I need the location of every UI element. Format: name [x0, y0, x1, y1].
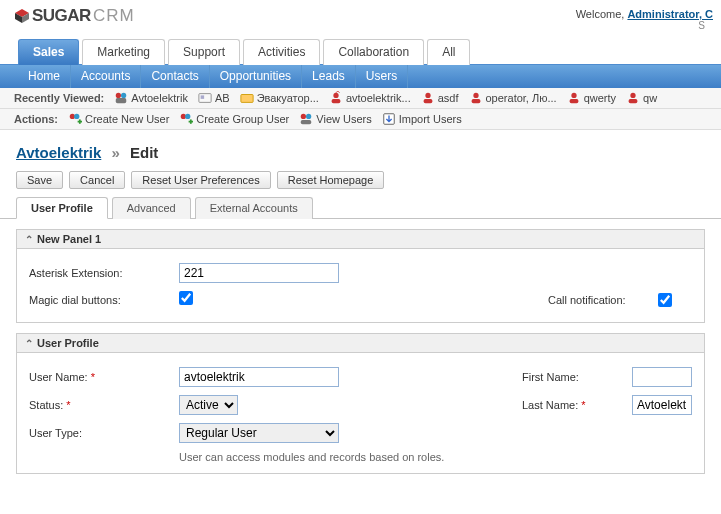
svg-rect-14 — [471, 99, 480, 103]
svg-point-3 — [116, 93, 121, 98]
recent-item[interactable]: operator, Лю... — [469, 91, 557, 105]
recent-item[interactable]: Эвакуатор... — [240, 91, 319, 105]
cancel-button[interactable]: Cancel — [69, 171, 125, 189]
main-tabs: Sales Marketing Support Activities Colla… — [0, 39, 721, 65]
tab-marketing[interactable]: Marketing — [82, 39, 165, 65]
contact-red-icon — [421, 91, 435, 105]
svg-rect-7 — [201, 95, 205, 99]
collapse-icon: ⌃ — [25, 338, 33, 349]
form-tabs: User Profile Advanced External Accounts — [0, 197, 721, 219]
action-create-user[interactable]: Create New User — [68, 112, 169, 126]
lastname-label: Last Name: * — [522, 399, 632, 411]
status-select[interactable]: Active — [179, 395, 238, 415]
call-notif-checkbox[interactable] — [658, 293, 672, 307]
cube-icon — [14, 8, 30, 24]
svg-point-28 — [306, 114, 311, 119]
svg-point-24 — [185, 114, 190, 119]
breadcrumb-link[interactable]: Avtoelektrik — [16, 144, 101, 161]
magic-dial-label: Magic dial buttons: — [29, 294, 179, 306]
status-label: Status: * — [29, 399, 179, 411]
recent-item[interactable]: avtoelektrik... — [329, 91, 411, 105]
panel-user-profile: ⌃ User Profile User Name: * First Name: … — [16, 333, 705, 474]
reset-prefs-button[interactable]: Reset User Preferences — [131, 171, 270, 189]
app-header: SUGARCRM Welcome, Administrator, C S — [0, 0, 721, 33]
recent-item[interactable]: asdf — [421, 91, 459, 105]
asterisk-ext-input[interactable] — [179, 263, 339, 283]
subtab-leads[interactable]: Leads — [302, 65, 356, 88]
magic-dial-checkbox[interactable] — [179, 291, 193, 305]
form-tab-external[interactable]: External Accounts — [195, 197, 313, 219]
tab-all[interactable]: All — [427, 39, 470, 65]
subtab-opportunities[interactable]: Opportunities — [210, 65, 302, 88]
svg-rect-18 — [629, 99, 638, 103]
lastname-input[interactable] — [632, 395, 692, 415]
panel-title: New Panel 1 — [37, 233, 101, 245]
svg-rect-10 — [332, 99, 341, 103]
action-create-group[interactable]: Create Group User — [179, 112, 289, 126]
tab-sales[interactable]: Sales — [18, 39, 79, 65]
reset-home-button[interactable]: Reset Homepage — [277, 171, 385, 189]
tab-collaboration[interactable]: Collaboration — [323, 39, 424, 65]
action-buttons-row: Save Cancel Reset User Preferences Reset… — [0, 171, 721, 197]
contact-red-icon — [469, 91, 483, 105]
form-tab-profile[interactable]: User Profile — [16, 197, 108, 219]
user-add-icon — [68, 112, 82, 126]
subtab-contacts[interactable]: Contacts — [141, 65, 209, 88]
recent-item[interactable]: qw — [626, 91, 657, 105]
panel-header[interactable]: ⌃ User Profile — [17, 334, 704, 353]
panel-header[interactable]: ⌃ New Panel 1 — [17, 230, 704, 249]
svg-rect-5 — [116, 98, 127, 103]
svg-rect-26 — [190, 119, 192, 123]
actions-label: Actions: — [14, 113, 58, 125]
call-notif-label: Call notification: — [548, 294, 658, 306]
welcome-sub: S — [576, 20, 713, 31]
svg-point-17 — [630, 93, 635, 98]
breadcrumb: Avtoelektrik » Edit — [0, 130, 721, 171]
contact-red-icon — [329, 91, 343, 105]
firstname-label: First Name: — [522, 371, 632, 383]
panel-new-panel-1: ⌃ New Panel 1 Asterisk Extension: Magic … — [16, 229, 705, 323]
svg-point-13 — [473, 93, 478, 98]
action-import-users[interactable]: Import Users — [382, 112, 462, 126]
breadcrumb-current: Edit — [130, 144, 158, 161]
tab-activities[interactable]: Activities — [243, 39, 320, 65]
subtab-accounts[interactable]: Accounts — [71, 65, 141, 88]
contact-red-icon — [626, 91, 640, 105]
welcome-text: Welcome, Administrator, C — [576, 6, 713, 20]
svg-point-9 — [333, 93, 338, 98]
recent-item[interactable]: АВ — [198, 91, 230, 105]
usertype-hint: User can access modules and records base… — [29, 447, 692, 463]
usertype-label: User Type: — [29, 427, 179, 439]
import-icon — [382, 112, 396, 126]
recent-item[interactable]: Avtoelektrik — [114, 91, 188, 105]
collapse-icon: ⌃ — [25, 234, 33, 245]
usertype-select[interactable]: Regular User — [179, 423, 339, 443]
asterisk-ext-label: Asterisk Extension: — [29, 267, 179, 279]
logo-brand-text: SUGAR — [32, 6, 91, 26]
username-input[interactable] — [179, 367, 339, 387]
recently-viewed-label: Recently Viewed: — [14, 92, 104, 104]
svg-rect-12 — [423, 99, 432, 103]
subtab-users[interactable]: Users — [356, 65, 408, 88]
action-view-users[interactable]: View Users — [299, 112, 371, 126]
subtab-home[interactable]: Home — [18, 65, 71, 88]
tab-support[interactable]: Support — [168, 39, 240, 65]
svg-point-15 — [571, 93, 576, 98]
app-logo[interactable]: SUGARCRM — [14, 6, 135, 26]
logo-suffix-text: CRM — [93, 6, 135, 26]
welcome-user-link[interactable]: Administrator, C — [627, 8, 713, 20]
actions-bar: Actions: Create New User Create Group Us… — [0, 109, 721, 130]
svg-point-11 — [425, 93, 430, 98]
svg-rect-16 — [569, 99, 578, 103]
contact-icon — [198, 91, 212, 105]
save-button[interactable]: Save — [16, 171, 63, 189]
svg-rect-8 — [241, 95, 253, 103]
svg-rect-29 — [301, 120, 312, 124]
form-tab-advanced[interactable]: Advanced — [112, 197, 191, 219]
group-add-icon — [179, 112, 193, 126]
recent-item[interactable]: qwerty — [567, 91, 616, 105]
recently-viewed-bar: Recently Viewed: Avtoelektrik АВ Эвакуат… — [0, 88, 721, 109]
svg-point-20 — [74, 114, 79, 119]
username-label: User Name: * — [29, 371, 179, 383]
firstname-input[interactable] — [632, 367, 692, 387]
